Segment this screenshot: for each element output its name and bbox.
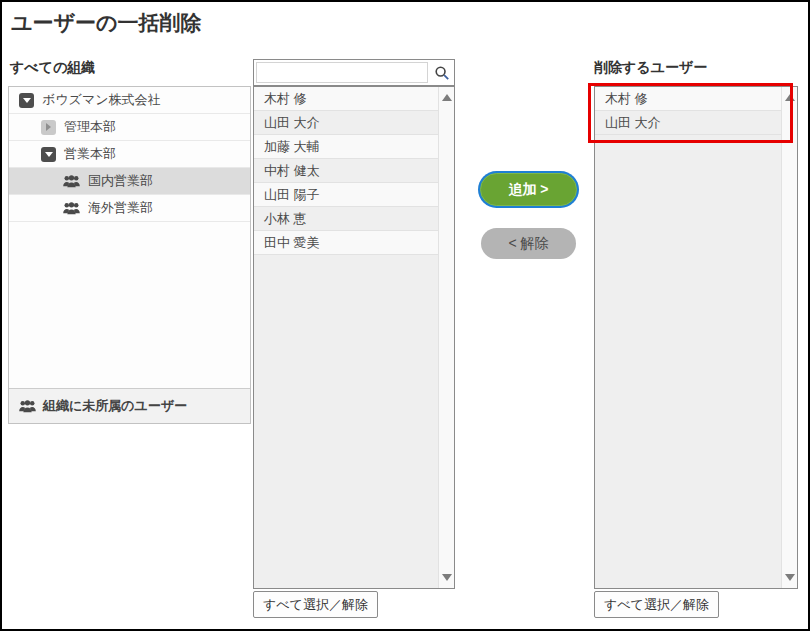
delete-panel-header: 削除するユーザー <box>594 59 707 77</box>
user-row[interactable]: 田中 愛美 <box>254 231 438 255</box>
user-row[interactable]: 山田 大介 <box>254 111 438 135</box>
collapse-toggle-icon[interactable] <box>41 147 56 162</box>
user-row[interactable]: 山田 陽子 <box>254 183 438 207</box>
group-icon <box>19 399 36 413</box>
search-icon <box>434 65 450 81</box>
scroll-down-icon[interactable] <box>442 574 452 581</box>
scrollbar[interactable] <box>438 87 454 588</box>
tree-item-sales-hq[interactable]: 営業本部 <box>9 141 250 168</box>
expand-toggle-icon[interactable] <box>41 120 56 135</box>
tree-item-admin-hq[interactable]: 管理本部 <box>9 114 250 141</box>
remove-button[interactable]: < 解除 <box>481 228 576 259</box>
bulk-delete-users-screen: ユーザーの一括削除 すべての組織 ボウズマン株式会社 管理本部 営業本部 <box>0 0 810 631</box>
user-row[interactable]: 木村 修 <box>595 87 781 111</box>
search-button[interactable] <box>430 60 454 85</box>
delete-select-all-button[interactable]: すべて選択／解除 <box>594 591 719 618</box>
delete-listbox: 木村 修 山田 大介 <box>594 86 798 589</box>
tree-item-domestic-sales[interactable]: 国内営業部 <box>9 168 250 195</box>
user-row[interactable]: 木村 修 <box>254 87 438 111</box>
group-icon <box>63 174 80 188</box>
tree-item-label: 国内営業部 <box>88 172 153 190</box>
user-row[interactable]: 小林 恵 <box>254 207 438 231</box>
member-select-all-button[interactable]: すべて選択／解除 <box>253 591 378 618</box>
tree-item-label: 海外営業部 <box>88 199 153 217</box>
scroll-down-icon[interactable] <box>785 574 795 581</box>
tree-item-unassigned-users[interactable]: 組織に未所属のユーザー <box>9 388 250 423</box>
org-tree-panel: ボウズマン株式会社 管理本部 営業本部 国内営業部 <box>8 86 251 424</box>
search-input[interactable] <box>256 62 428 83</box>
scroll-up-icon[interactable] <box>442 94 452 101</box>
collapse-toggle-icon[interactable] <box>19 93 34 108</box>
tree-item-label: ボウズマン株式会社 <box>42 91 161 109</box>
user-row[interactable]: 加藤 大輔 <box>254 135 438 159</box>
org-panel-header: すべての組織 <box>10 59 95 77</box>
user-row[interactable]: 中村 健太 <box>254 159 438 183</box>
member-listbox: 木村 修 山田 大介 加藤 大輔 中村 健太 山田 陽子 小林 恵 田中 愛美 <box>253 86 455 589</box>
page-title: ユーザーの一括削除 <box>11 9 201 37</box>
tree-item-overseas-sales[interactable]: 海外営業部 <box>9 195 250 222</box>
add-button[interactable]: 追加 > <box>480 173 577 206</box>
tree-item-label: 管理本部 <box>64 118 116 136</box>
user-row[interactable]: 山田 大介 <box>595 111 781 135</box>
unassigned-users-label: 組織に未所属のユーザー <box>43 397 187 415</box>
group-icon <box>63 201 80 215</box>
user-search-box <box>253 59 455 86</box>
scrollbar[interactable] <box>781 87 797 588</box>
tree-item-label: 営業本部 <box>64 145 116 163</box>
scroll-up-icon[interactable] <box>785 94 795 101</box>
tree-item-company[interactable]: ボウズマン株式会社 <box>9 87 250 114</box>
